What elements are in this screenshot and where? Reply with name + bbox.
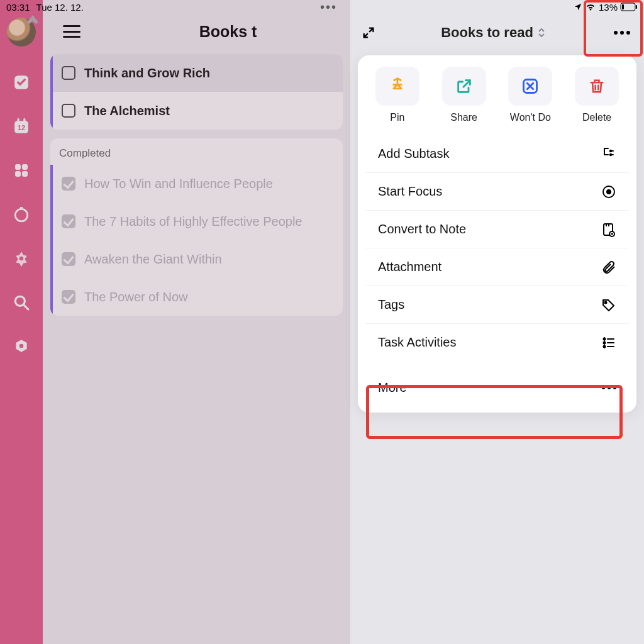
action-label: Delete: [582, 112, 611, 123]
task-row[interactable]: The 7 Habits of Highly Effective People: [50, 203, 343, 240]
task-row[interactable]: Awaken the Giant Within: [50, 240, 343, 278]
svg-point-27: [604, 345, 606, 347]
task-row[interactable]: The Power of Now: [50, 278, 343, 316]
svg-rect-10: [22, 171, 28, 177]
task-row[interactable]: The Alchemist: [50, 92, 343, 130]
completed-heading[interactable]: Completed: [50, 138, 343, 165]
calendar-icon[interactable]: 12: [13, 118, 30, 135]
pin-icon: [388, 77, 407, 96]
tasks-icon[interactable]: [13, 74, 30, 91]
svg-rect-12: [20, 207, 23, 209]
panel-title[interactable]: Books to read: [375, 25, 611, 41]
action-label: Share: [450, 112, 477, 123]
more-button[interactable]: [611, 25, 633, 40]
activities-icon: [601, 335, 616, 350]
action-sheet: Pin Share Won't Do Delete Add Subtask St…: [358, 55, 636, 413]
convert-note-item[interactable]: Convert to Note: [365, 210, 629, 248]
svg-rect-6: [23, 118, 25, 123]
checkbox-done-icon[interactable]: [62, 214, 75, 228]
status-date: Tue 12. 12.: [36, 2, 84, 13]
avatar[interactable]: [7, 18, 36, 47]
checkbox-done-icon[interactable]: [62, 177, 75, 191]
main-column: Books t Think and Grow Rich The Alchemis…: [43, 0, 350, 644]
status-ellipsis: •••: [320, 0, 337, 14]
task-row[interactable]: Think and Grow Rich: [50, 54, 343, 92]
task-label: Awaken the Giant Within: [84, 252, 222, 267]
apps-icon[interactable]: [13, 162, 30, 179]
battery-percent: 13%: [599, 2, 618, 13]
svg-rect-7: [15, 164, 21, 170]
pin-action[interactable]: Pin: [369, 67, 426, 123]
focus-icon: [601, 184, 616, 199]
action-label: Won't Do: [510, 112, 551, 123]
checkbox-icon[interactable]: [62, 104, 75, 118]
task-menu: Add Subtask Start Focus Convert to Note …: [365, 135, 629, 361]
checkbox-icon[interactable]: [62, 66, 75, 80]
svg-rect-9: [15, 171, 21, 177]
page-title: Books t: [80, 23, 338, 41]
menu-label: Convert to Note: [378, 222, 601, 236]
ellipsis-icon: [602, 386, 616, 389]
svg-point-18: [610, 150, 611, 152]
menu-label: Tags: [378, 297, 601, 312]
delete-icon: [588, 77, 606, 95]
delete-action[interactable]: Delete: [569, 67, 625, 123]
task-label: The Power of Now: [84, 290, 188, 304]
menu-label: Add Subtask: [378, 147, 601, 161]
svg-rect-5: [18, 118, 19, 123]
tags-item[interactable]: Tags: [365, 286, 629, 323]
detail-panel: Books to read Pin Share Won't Do Delete: [350, 0, 644, 644]
share-icon: [455, 77, 473, 95]
wifi-icon: [585, 3, 596, 11]
left-rail: 12: [0, 0, 43, 644]
attachment-icon: [601, 260, 616, 275]
search-icon[interactable]: [13, 294, 30, 311]
sort-icon: [537, 28, 546, 38]
menu-label: More: [378, 380, 602, 395]
start-focus-item[interactable]: Start Focus: [365, 172, 629, 210]
svg-point-16: [19, 344, 24, 348]
wontdo-icon: [521, 77, 539, 95]
svg-point-14: [15, 296, 25, 306]
settings-icon[interactable]: [13, 338, 30, 355]
share-action[interactable]: Share: [436, 67, 492, 123]
svg-point-24: [605, 301, 607, 303]
checkbox-done-icon[interactable]: [62, 290, 75, 304]
svg-point-26: [604, 341, 606, 343]
svg-rect-8: [22, 164, 28, 170]
activities-item[interactable]: Task Activities: [365, 323, 629, 361]
calendar-date: 12: [13, 124, 30, 131]
attachment-item[interactable]: Attachment: [365, 248, 629, 286]
svg-point-19: [610, 154, 611, 155]
active-tasks-card: Think and Grow Rich The Alchemist: [50, 54, 343, 130]
menu-label: Task Activities: [378, 335, 601, 350]
menu-label: Start Focus: [378, 184, 601, 199]
svg-rect-1: [636, 5, 637, 9]
svg-point-11: [15, 209, 28, 221]
tag-icon: [601, 297, 616, 313]
habit-icon[interactable]: [13, 250, 30, 267]
task-label: How To Win and Influence People: [84, 177, 273, 191]
more-item[interactable]: More: [365, 369, 629, 406]
subtask-icon: [601, 146, 616, 161]
wontdo-action[interactable]: Won't Do: [502, 67, 558, 123]
status-bar: 03:31 Tue 12. 12. ••• 13%: [0, 0, 644, 14]
timer-icon[interactable]: [13, 206, 30, 223]
add-subtask-item[interactable]: Add Subtask: [365, 135, 629, 172]
expand-icon[interactable]: [362, 26, 375, 40]
completed-card: Completed How To Win and Influence Peopl…: [50, 138, 343, 316]
more-menu: More: [365, 369, 629, 406]
svg-point-13: [19, 257, 24, 261]
task-label: The 7 Habits of Highly Effective People: [84, 214, 302, 229]
task-label: Think and Grow Rich: [84, 66, 210, 80]
svg-line-15: [24, 305, 28, 309]
task-label: The Alchemist: [84, 104, 170, 118]
checkbox-done-icon[interactable]: [62, 252, 75, 266]
action-label: Pin: [390, 112, 404, 123]
status-time: 03:31: [6, 2, 30, 13]
task-row[interactable]: How To Win and Influence People: [50, 165, 343, 203]
menu-button[interactable]: [63, 25, 80, 38]
location-icon: [574, 3, 582, 11]
panel-title-text: Books to read: [441, 25, 533, 41]
svg-point-21: [607, 190, 611, 194]
